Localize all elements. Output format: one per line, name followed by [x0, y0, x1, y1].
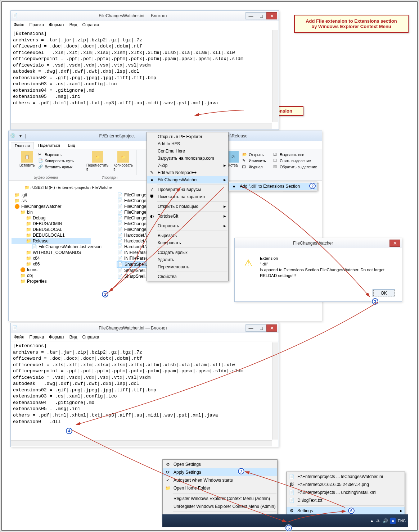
- history-button[interactable]: 🕮Журнал: [242, 164, 266, 170]
- ribbon-tab[interactable]: Поделиться: [35, 142, 64, 149]
- tree-item[interactable]: 🟠FileChangesWatcher: [12, 204, 91, 209]
- scrollbar-vertical[interactable]: [272, 30, 278, 122]
- maximize-button[interactable]: □: [256, 324, 267, 332]
- close-button[interactable]: ✕: [389, 240, 400, 247]
- menu-item[interactable]: Справка: [82, 335, 99, 340]
- minimize-button[interactable]: —: [245, 324, 256, 332]
- menu-item[interactable]: Вид: [69, 22, 77, 27]
- ctx-item[interactable]: Add to HFS: [147, 140, 228, 147]
- ctx-item[interactable]: 🖼F:\Enternet\2016\16.05.24\del\14.png: [287, 481, 405, 488]
- menu-item[interactable]: Файл: [14, 22, 24, 27]
- ctx-item[interactable]: Переименовать: [147, 263, 228, 270]
- ctx-item[interactable]: Открыть в PE Explorer: [147, 133, 228, 140]
- titlebar[interactable]: FileChangesWatcher ✕: [235, 238, 402, 248]
- ctx-item[interactable]: UnRegister Windows Explorer Context Menu…: [163, 503, 277, 510]
- tree-item[interactable]: 📁WITHOUT_COMMANDS: [12, 250, 91, 255]
- taskbar[interactable]: ▲ 🖧 🔊 ● ENG: [162, 514, 408, 527]
- scrollbar-horizontal[interactable]: [11, 123, 272, 129]
- menu-item[interactable]: Правка: [30, 22, 44, 27]
- context-menu[interactable]: Открыть в PE ExplorerAdd to HFSConEmu He…: [147, 132, 229, 281]
- ctx-item[interactable]: 7-Zip▶: [147, 162, 228, 169]
- titlebar[interactable]: 📄 FileChangesWatcher.ini — Блокнот — □ ✕: [11, 11, 279, 21]
- paste-button[interactable]: 📋Вставить: [17, 150, 37, 170]
- ctx-item[interactable]: 📄D:\logText.txt: [287, 496, 405, 504]
- scrollbar-vertical[interactable]: [272, 342, 278, 440]
- menu-item[interactable]: Вид: [69, 335, 77, 340]
- move-button[interactable]: 📁Переместить в: [84, 150, 111, 172]
- close-button[interactable]: ✕: [266, 324, 277, 332]
- tree-item[interactable]: 📁.git: [12, 192, 91, 198]
- breadcrumb-part[interactable]: projects: [76, 185, 90, 190]
- ctx-item[interactable]: Загрузить на monosnap.com: [147, 155, 228, 162]
- close-button[interactable]: ✕: [266, 12, 277, 19]
- tree-item[interactable]: 📁Release: [12, 238, 91, 244]
- ctx-item[interactable]: Отправить▶: [147, 222, 228, 229]
- ctx-item[interactable]: ✎Edit with Notepad++: [147, 169, 228, 176]
- tree-item[interactable]: 📁bin: [12, 209, 91, 215]
- tree-item[interactable]: 📁x86: [12, 261, 91, 267]
- ctx-item[interactable]: 📄F:\Enternet\projects ... unching\instal…: [287, 488, 405, 496]
- tray-icon[interactable]: 🔊: [383, 518, 388, 523]
- ctx-item[interactable]: ConEmu Here: [147, 147, 228, 155]
- scrollbar-horizontal[interactable]: [11, 440, 272, 446]
- minimize-button[interactable]: —: [245, 12, 256, 19]
- ctx-item[interactable]: ⟳Apply Settings: [163, 468, 277, 476]
- ctx-item[interactable]: Вырезать: [147, 232, 228, 239]
- tree-item[interactable]: 🟠Icons: [12, 267, 91, 273]
- maximize-button[interactable]: □: [256, 12, 267, 19]
- quick-access-arrow[interactable]: ▾: [19, 133, 22, 138]
- select-none-button[interactable]: ☐Снять выделение: [272, 158, 318, 164]
- tray-icon[interactable]: 🖧: [376, 518, 380, 523]
- paste-shortcut-button[interactable]: 🔗Вставить ярлык: [37, 164, 75, 170]
- menu-item[interactable]: Формат: [49, 22, 64, 27]
- tray-icon[interactable]: ▲: [370, 518, 374, 523]
- ctx-item[interactable]: ●FileChangesWatcher▶: [147, 176, 228, 183]
- ribbon-tab[interactable]: Вид: [64, 142, 79, 149]
- ctx-item[interactable]: Register Windows Explorer Context Menu (…: [163, 495, 277, 503]
- breadcrumb-part[interactable]: FileWatche: [92, 185, 112, 190]
- ctx-item[interactable]: ✓Autostart when Windows starts: [163, 476, 277, 484]
- ribbon-tab[interactable]: Главная: [11, 142, 34, 149]
- ctx-item[interactable]: Свойства: [147, 273, 228, 280]
- ctx-item[interactable]: ⛊Поместить на карантин: [147, 193, 228, 200]
- tree-item[interactable]: 📁x64: [12, 255, 91, 261]
- tray-app-icon[interactable]: ●: [390, 518, 396, 524]
- open-button[interactable]: 📂Открыть: [242, 152, 266, 158]
- tree-item[interactable]: 📁obj: [12, 273, 91, 278]
- tree-item[interactable]: 📁DEBUGLOCAL1: [12, 232, 91, 238]
- menu-item[interactable]: Формат: [49, 335, 64, 340]
- tree-item[interactable]: 📄FileChangesWatcher.last.version: [12, 244, 91, 250]
- editor-area[interactable]: [Extensions] archivers = .tar|.jar|.zip|…: [11, 341, 279, 446]
- cut-button[interactable]: ✂Вырезать: [37, 152, 75, 158]
- edit-button[interactable]: ✎Изменить: [242, 158, 266, 164]
- tree-item[interactable]: 📁Debug: [12, 215, 91, 221]
- editor-area[interactable]: [Extensions] archivers = .tar|.jar|.zip|…: [11, 29, 279, 128]
- app-settings-menu[interactable]: ⚙Open Settings⟳Apply Settings✓Autostart …: [162, 459, 278, 522]
- ctx-item[interactable]: 📁Open Home Folder: [163, 484, 277, 492]
- menu-item[interactable]: Файл: [14, 335, 24, 340]
- context-submenu[interactable]: ● Add ".dll" to Extensions Section: [229, 182, 317, 191]
- menu-item[interactable]: Справка: [82, 22, 99, 27]
- ctx-item[interactable]: Создать ярлык: [147, 249, 228, 256]
- ctx-item[interactable]: Удалить: [147, 256, 228, 263]
- titlebar[interactable]: 📄 FileChangesWatcher.ini — Блокнот — □ ✕: [11, 323, 279, 333]
- breadcrumb-part[interactable]: Enternet: [58, 185, 73, 190]
- ctx-item[interactable]: ⚙Settings▶: [287, 507, 405, 515]
- tree-item[interactable]: 📁Properties: [12, 278, 91, 284]
- ctx-item[interactable]: ◐TortoiseGit▶: [147, 213, 228, 220]
- menu-item[interactable]: Правка: [30, 335, 44, 340]
- tree-item[interactable]: 📁.vs: [12, 198, 91, 204]
- ctx-item[interactable]: Открыть с помощью▶: [147, 203, 228, 210]
- nav-tree[interactable]: 📁.git📁.vs🟠FileChangesWatcher📁bin📁Debug📁D…: [12, 192, 91, 318]
- tree-item[interactable]: 📁DEBUGADMIN: [12, 221, 91, 227]
- copy-button[interactable]: 📁Копировать в: [111, 150, 135, 172]
- ctx-item-add-dll[interactable]: ● Add ".dll" to Extensions Section: [229, 183, 317, 190]
- ok-button[interactable]: OK: [373, 289, 395, 297]
- ctx-item[interactable]: 📄F:\Enternet\projects ... leChangesWatch…: [287, 473, 405, 481]
- ctx-item[interactable]: Копировать: [147, 239, 228, 246]
- copy-path-button[interactable]: 📑Копировать путь: [37, 158, 75, 164]
- ctx-item[interactable]: ✓Проверить на вирусы: [147, 186, 228, 193]
- breadcrumb-part[interactable]: USB2TB (F:): [32, 185, 55, 190]
- select-invert-button[interactable]: ☒Обратить выделение: [272, 164, 318, 170]
- tree-item[interactable]: 📁DEBUGLOCAL: [12, 227, 91, 232]
